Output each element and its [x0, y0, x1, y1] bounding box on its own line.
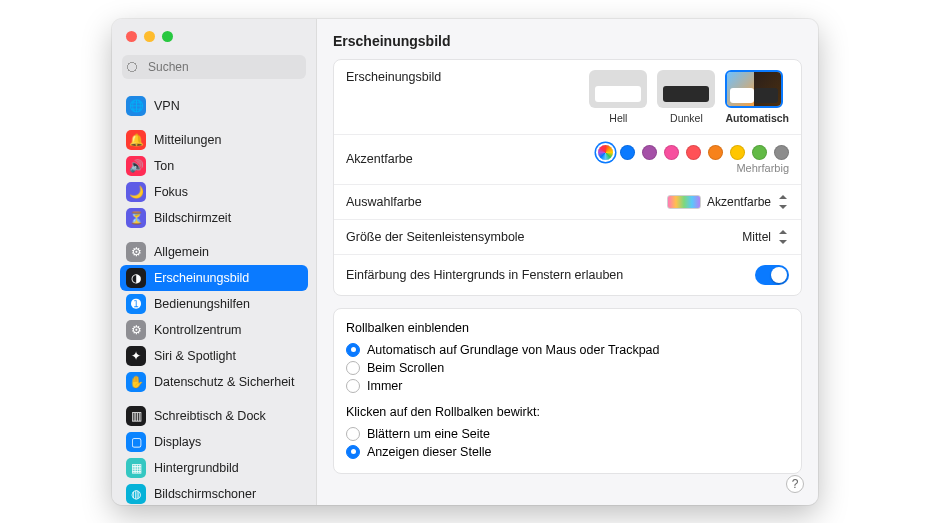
titlebar	[112, 19, 316, 55]
accent-blue[interactable]	[620, 145, 635, 160]
sidebar-item-ton[interactable]: 🔊Ton	[120, 153, 308, 179]
content-pane: Erscheinungsbild Erscheinungsbild HellDu…	[317, 19, 818, 505]
scrollbars-card: Rollbalken einblenden Automatisch auf Gr…	[333, 308, 802, 474]
help-button[interactable]: ?	[786, 475, 804, 493]
accent-colors	[598, 145, 789, 160]
hourglass-icon: ⏳	[126, 208, 146, 228]
sidebar-item-label: Ton	[154, 159, 174, 173]
siri-icon: ✦	[126, 346, 146, 366]
scrollbars-show-option[interactable]: Immer	[346, 377, 789, 395]
scrollbars-block: Rollbalken einblenden Automatisch auf Gr…	[334, 309, 801, 473]
sidebar-icon-size-label: Größe der Seitenleistensymbole	[346, 230, 525, 244]
accent-caption: Mehrfarbig	[598, 162, 789, 174]
search-input[interactable]	[122, 55, 306, 79]
chevron-updown-icon	[777, 195, 789, 209]
radio-icon	[346, 379, 360, 393]
scrollbars-click-option-label: Anzeigen dieser Stelle	[367, 445, 491, 459]
sidebar-item-bildschirmzeit[interactable]: ⏳Bildschirmzeit	[120, 205, 308, 231]
sidebar-item-label: Fokus	[154, 185, 188, 199]
sidebar-item-siri-spotlight[interactable]: ✦Siri & Spotlight	[120, 343, 308, 369]
tinting-row: Einfärbung des Hintergrunds in Fenstern …	[334, 254, 801, 295]
sidebar-item-label: Kontrollzentrum	[154, 323, 242, 337]
close-window-button[interactable]	[126, 31, 137, 42]
chevron-updown-icon	[777, 230, 789, 244]
radio-icon	[346, 427, 360, 441]
scrollbars-click-option[interactable]: Anzeigen dieser Stelle	[346, 443, 789, 461]
appearance-row: Erscheinungsbild HellDunkelAutomatisch	[334, 60, 801, 134]
wallpaper-icon: ▦	[126, 458, 146, 478]
sidebar-nav[interactable]: 🌐VPN🔔Mitteilungen🔊Ton🌙Fokus⏳Bildschirmze…	[112, 85, 316, 505]
sidebar-item-datenschutz-sicherheit[interactable]: ✋Datenschutz & Sicherheit	[120, 369, 308, 395]
sidebar-item-displays[interactable]: ▢Displays	[120, 429, 308, 455]
scrollbars-show-label: Rollbalken einblenden	[346, 321, 789, 335]
radio-icon	[346, 343, 360, 357]
sidebar-item-label: Bedienungshilfen	[154, 297, 250, 311]
sidebar-item-hintergrundbild[interactable]: ▦Hintergrundbild	[120, 455, 308, 481]
sidebar-item-vpn[interactable]: 🌐VPN	[120, 93, 308, 119]
highlight-value: Akzentfarbe	[707, 195, 771, 209]
accent-graphite[interactable]	[774, 145, 789, 160]
moon-icon: 🌙	[126, 182, 146, 202]
sidebar-item-erscheinungsbild[interactable]: ◑Erscheinungsbild	[120, 265, 308, 291]
page-title: Erscheinungsbild	[333, 29, 802, 59]
scrollbars-show-option[interactable]: Automatisch auf Grundlage von Maus oder …	[346, 341, 789, 359]
appearance-options: HellDunkelAutomatisch	[589, 70, 789, 124]
appearance-thumb-icon	[589, 70, 647, 108]
accent-wrap: Mehrfarbig	[598, 145, 789, 174]
appearance-option-dark[interactable]: Dunkel	[657, 70, 715, 124]
sidebar-item-label: Bildschirmzeit	[154, 211, 231, 225]
appearance-option-label: Hell	[589, 112, 647, 124]
sidebar-item-mitteilungen[interactable]: 🔔Mitteilungen	[120, 127, 308, 153]
sidebar-item-allgemein[interactable]: ⚙Allgemein	[120, 239, 308, 265]
appearance-card: Erscheinungsbild HellDunkelAutomatisch A…	[333, 59, 802, 296]
highlight-popup[interactable]: Akzentfarbe	[667, 195, 789, 209]
radio-icon	[346, 361, 360, 375]
accent-yellow[interactable]	[730, 145, 745, 160]
appearance-label: Erscheinungsbild	[346, 70, 441, 84]
radio-icon	[346, 445, 360, 459]
sidebar-item-label: VPN	[154, 99, 180, 113]
accent-red[interactable]	[686, 145, 701, 160]
accessibility-icon: ➊	[126, 294, 146, 314]
zoom-window-button[interactable]	[162, 31, 173, 42]
sidebar: 🌐VPN🔔Mitteilungen🔊Ton🌙Fokus⏳Bildschirmze…	[112, 19, 317, 505]
accent-pink[interactable]	[664, 145, 679, 160]
scrollbars-show-option-label: Automatisch auf Grundlage von Maus oder …	[367, 343, 660, 357]
sidebar-item-bildschirmschoner[interactable]: ◍Bildschirmschoner	[120, 481, 308, 505]
sidebar-item-fokus[interactable]: 🌙Fokus	[120, 179, 308, 205]
display-icon: ▢	[126, 432, 146, 452]
sidebar-item-schreibtisch-dock[interactable]: ▥Schreibtisch & Dock	[120, 403, 308, 429]
sidebar-icon-size-value: Mittel	[742, 230, 771, 244]
appearance-option-light[interactable]: Hell	[589, 70, 647, 124]
sidebar-item-label: Datenschutz & Sicherheit	[154, 375, 294, 389]
appearance-option-label: Automatisch	[725, 112, 789, 124]
appearance-option-auto[interactable]: Automatisch	[725, 70, 789, 124]
accent-orange[interactable]	[708, 145, 723, 160]
appearance-option-label: Dunkel	[657, 112, 715, 124]
minimize-window-button[interactable]	[144, 31, 155, 42]
sidebar-item-label: Schreibtisch & Dock	[154, 409, 266, 423]
scrollbars-click-label: Klicken auf den Rollbalken bewirkt:	[346, 405, 789, 419]
screensaver-icon: ◍	[126, 484, 146, 504]
appearance-thumb-icon	[725, 70, 783, 108]
appearance-thumb-icon	[657, 70, 715, 108]
gear-icon: ⚙	[126, 242, 146, 262]
accent-multi[interactable]	[598, 145, 613, 160]
accent-purple[interactable]	[642, 145, 657, 160]
tinting-toggle[interactable]	[755, 265, 789, 285]
sidebar-item-bedienungshilfen[interactable]: ➊Bedienungshilfen	[120, 291, 308, 317]
scrollbars-click-option[interactable]: Blättern um eine Seite	[346, 425, 789, 443]
dock-icon: ▥	[126, 406, 146, 426]
accent-green[interactable]	[752, 145, 767, 160]
sidebar-item-label: Displays	[154, 435, 201, 449]
sidebar-item-label: Bildschirmschoner	[154, 487, 256, 501]
scrollbars-show-option[interactable]: Beim Scrollen	[346, 359, 789, 377]
accent-row: Akzentfarbe Mehrfarbig	[334, 134, 801, 184]
sidebar-icon-size-row: Größe der Seitenleistensymbole Mittel	[334, 219, 801, 254]
globe-icon: 🌐	[126, 96, 146, 116]
sidebar-icon-size-popup[interactable]: Mittel	[742, 230, 789, 244]
scrollbars-click-option-label: Blättern um eine Seite	[367, 427, 490, 441]
sidebar-item-kontrollzentrum[interactable]: ⚙Kontrollzentrum	[120, 317, 308, 343]
scrollbars-show-option-label: Immer	[367, 379, 402, 393]
accent-label: Akzentfarbe	[346, 152, 413, 166]
